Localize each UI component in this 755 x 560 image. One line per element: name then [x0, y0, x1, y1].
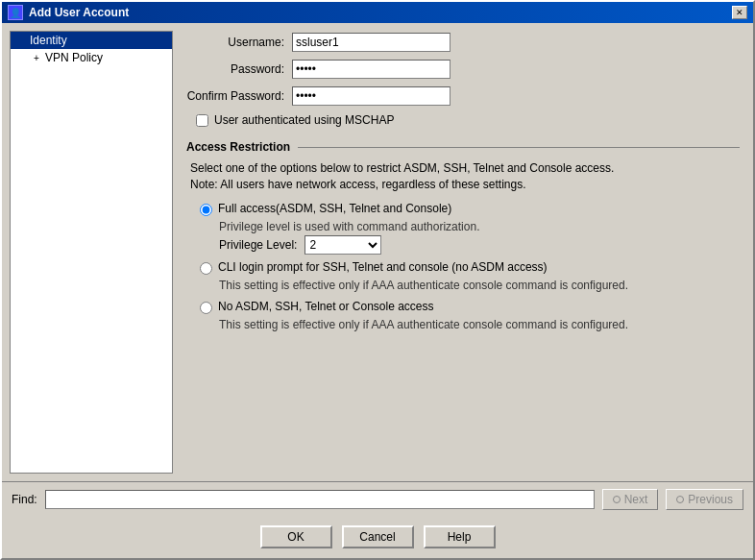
mschap-label: User authenticated using MSCHAP: [214, 113, 394, 127]
vpn-expand-icon: +: [30, 51, 43, 64]
find-label: Find:: [12, 493, 37, 506]
radio-full[interactable]: [200, 204, 212, 216]
help-button[interactable]: Help: [424, 525, 496, 548]
confirm-password-row: Confirm Password:: [186, 86, 740, 106]
mschap-checkbox[interactable]: [196, 114, 208, 127]
sidebar-item-identity-label: Identity: [30, 34, 67, 47]
sidebar-item-vpnpolicy-label: VPN Policy: [45, 51, 103, 64]
radio-cli-label: CLI login prompt for SSH, Telnet and con…: [218, 260, 548, 274]
next-label: Next: [624, 493, 648, 506]
radio-cli-row: CLI login prompt for SSH, Telnet and con…: [200, 260, 740, 275]
main-panel: Username: Password: Confirm Password: Us…: [173, 23, 753, 481]
privilege-row: Privilege Level: 2 1 3 15: [219, 235, 740, 255]
find-input[interactable]: [45, 490, 595, 509]
section-divider: [298, 147, 740, 148]
radio-full-row: Full access(ASDM, SSH, Telnet and Consol…: [200, 202, 740, 216]
access-desc2: Note: All users have network access, reg…: [190, 178, 740, 191]
password-row: Password:: [186, 60, 740, 79]
radio-noaccess[interactable]: [200, 302, 212, 314]
previous-label: Previous: [688, 493, 733, 506]
privilege-select[interactable]: 2 1 3 15: [304, 235, 381, 255]
close-button[interactable]: ✕: [732, 6, 747, 19]
add-user-account-dialog: 👤 Add User Account ✕ Identity + VPN Poli…: [0, 0, 755, 560]
sidebar-item-identity[interactable]: Identity: [11, 32, 172, 49]
next-dot: [613, 496, 621, 503]
radio-no-row: No ASDM, SSH, Telnet or Console access: [200, 300, 740, 314]
confirm-password-label: Confirm Password:: [186, 89, 292, 103]
password-label: Password:: [186, 62, 292, 76]
next-button[interactable]: Next: [602, 489, 659, 510]
confirm-password-input[interactable]: [292, 86, 451, 106]
radio-cli[interactable]: [200, 262, 212, 275]
access-restriction-header: Access Restriction: [186, 140, 740, 154]
dialog-title: Add User Account: [29, 6, 129, 19]
username-input[interactable]: [292, 33, 451, 52]
privilege-note: Privilege level is used with command aut…: [219, 220, 740, 233]
access-restriction-title: Access Restriction: [186, 140, 290, 154]
previous-button[interactable]: Previous: [666, 489, 743, 510]
previous-dot: [676, 496, 684, 503]
username-row: Username:: [186, 33, 740, 52]
no-access-note: This setting is effective only if AAA au…: [219, 318, 740, 331]
dialog-icon: 👤: [8, 5, 23, 20]
title-bar: 👤 Add User Account ✕: [2, 2, 753, 23]
cli-note: This setting is effective only if AAA au…: [219, 279, 740, 292]
radio-full-label: Full access(ASDM, SSH, Telnet and Consol…: [218, 202, 451, 215]
ok-button[interactable]: OK: [260, 525, 332, 548]
mschap-row: User authenticated using MSCHAP: [196, 113, 740, 127]
bottom-button-bar: OK Cancel Help: [2, 516, 753, 558]
expand-icon: [14, 34, 28, 47]
dialog-content: Identity + VPN Policy Username: Password…: [2, 23, 753, 481]
sidebar-item-vpnpolicy[interactable]: + VPN Policy: [11, 49, 172, 66]
username-label: Username:: [186, 36, 292, 49]
find-bar: Find: Next Previous: [2, 481, 753, 516]
title-bar-buttons: ✕: [732, 6, 747, 19]
cancel-button[interactable]: Cancel: [342, 525, 414, 548]
radio-no-label: No ASDM, SSH, Telnet or Console access: [218, 300, 434, 313]
sidebar-tree: Identity + VPN Policy: [10, 31, 173, 474]
radio-group: Full access(ASDM, SSH, Telnet and Consol…: [200, 202, 740, 331]
privilege-label: Privilege Level:: [219, 238, 297, 252]
password-input[interactable]: [292, 60, 451, 79]
access-desc1: Select one of the options below to restr…: [190, 161, 740, 175]
